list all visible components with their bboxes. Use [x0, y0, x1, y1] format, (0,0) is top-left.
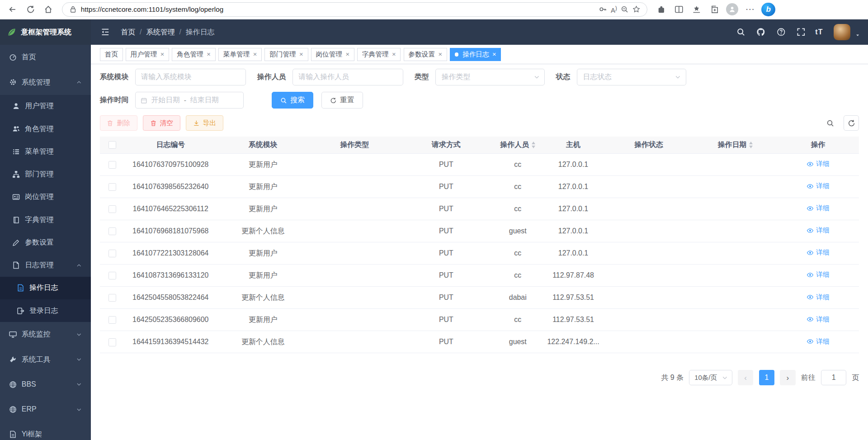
tab-role-mgmt[interactable]: 角色管理× [172, 48, 215, 61]
detail-link[interactable]: 详细 [807, 293, 829, 302]
row-checkbox[interactable] [108, 250, 116, 257]
tab-close-icon[interactable]: × [438, 51, 442, 58]
detail-link[interactable]: 详细 [807, 337, 829, 346]
delete-button[interactable]: 删除 [100, 115, 137, 131]
detail-link[interactable]: 详细 [807, 248, 829, 257]
detail-link[interactable]: 详细 [807, 226, 829, 235]
sidebar-item-system-mgmt[interactable]: 系统管理 [0, 70, 91, 95]
row-checkbox[interactable] [108, 272, 116, 279]
detail-link[interactable]: 详细 [807, 315, 829, 324]
sidebar-item-tools[interactable]: 系统工具 [0, 347, 91, 372]
tab-close-icon[interactable]: × [207, 51, 211, 58]
sidebar-item-log-mgmt[interactable]: 日志管理 [0, 254, 91, 277]
browser-profile-avatar[interactable] [724, 2, 741, 17]
select-all-checkbox[interactable] [108, 141, 116, 149]
breadcrumb-home[interactable]: 首页 [121, 28, 135, 37]
back-button[interactable] [5, 2, 21, 17]
tab-menu-mgmt[interactable]: 菜单管理× [218, 48, 262, 61]
sidebar-item-dept-mgmt[interactable]: 部门管理 [0, 163, 91, 185]
font-size-button[interactable]: tT [814, 25, 825, 39]
tab-config[interactable]: 参数设置× [404, 48, 447, 61]
collections-icon[interactable] [706, 2, 723, 17]
sidebar-item-dict-mgmt[interactable]: 字典管理 [0, 208, 91, 231]
tab-dept-mgmt[interactable]: 部门管理× [264, 48, 308, 61]
sidebar-item-erp[interactable]: ERP [0, 397, 91, 422]
row-checkbox[interactable] [108, 294, 116, 302]
row-checkbox[interactable] [108, 338, 116, 346]
log-icon [12, 261, 20, 269]
extensions-icon[interactable] [653, 2, 670, 17]
col-operator[interactable]: 操作人员 [493, 137, 543, 154]
password-key-icon[interactable] [599, 5, 607, 13]
github-button[interactable] [754, 25, 768, 39]
row-checkbox[interactable] [108, 183, 116, 191]
search-button[interactable]: 搜索 [272, 92, 314, 109]
goto-page-input[interactable] [821, 370, 846, 385]
sidebar-toggle[interactable] [99, 25, 112, 38]
detail-link[interactable]: 详细 [807, 182, 829, 190]
tab-post-mgmt[interactable]: 岗位管理× [311, 48, 354, 61]
tab-close-icon[interactable]: × [160, 51, 165, 58]
page-size-select[interactable]: 10条/页 [689, 370, 732, 385]
browser-menu-button[interactable]: ⋯ [741, 2, 758, 17]
tab-user-mgmt[interactable]: 用户管理× [126, 48, 169, 61]
tab-home[interactable]: 首页 [100, 48, 123, 61]
favorites-bar-icon[interactable] [689, 2, 705, 17]
page-1-button[interactable]: 1 [759, 370, 774, 385]
home-button[interactable] [40, 2, 57, 17]
row-checkbox[interactable] [108, 205, 116, 213]
row-checkbox[interactable] [108, 161, 116, 169]
next-page-button[interactable]: › [780, 370, 795, 385]
tab-close-icon[interactable]: × [392, 51, 396, 58]
row-checkbox[interactable] [108, 316, 116, 324]
detail-link[interactable]: 详细 [807, 204, 829, 213]
sort-carets-icon[interactable] [749, 142, 753, 148]
tab-oper-log[interactable]: 操作日志× [450, 48, 501, 61]
detail-link[interactable]: 详细 [807, 160, 829, 168]
type-select[interactable]: 操作类型 [435, 69, 545, 85]
prev-page-button[interactable]: ‹ [738, 370, 753, 385]
sidebar-item-yi-framework[interactable]: Yi框架 [0, 422, 91, 440]
row-checkbox[interactable] [108, 227, 116, 235]
user-avatar[interactable] [834, 24, 850, 41]
fullscreen-button[interactable] [794, 25, 808, 39]
reload-button[interactable] [22, 2, 39, 17]
clear-button[interactable]: 清空 [143, 115, 180, 131]
zoom-out-icon[interactable] [621, 5, 628, 13]
export-button[interactable]: 导出 [186, 115, 223, 131]
tab-close-icon[interactable]: × [346, 51, 350, 58]
toggle-search-button[interactable] [823, 115, 838, 131]
add-favorite-icon[interactable] [632, 5, 640, 13]
refresh-table-button[interactable] [844, 115, 859, 131]
detail-link[interactable]: 详细 [807, 270, 829, 279]
module-input[interactable] [135, 69, 246, 85]
sidebar-item-oper-log[interactable]: 操作日志 [0, 277, 91, 299]
sidebar-item-home[interactable]: 首页 [0, 45, 91, 70]
sidebar-item-config[interactable]: 参数设置 [0, 231, 91, 254]
sidebar-item-monitor[interactable]: 系统监控 [0, 322, 91, 347]
sidebar-item-role-mgmt[interactable]: 角色管理 [0, 118, 91, 140]
tab-close-icon[interactable]: × [492, 51, 496, 58]
col-date[interactable]: 操作日期 [693, 137, 777, 154]
avatar-caret-icon[interactable] [855, 33, 860, 38]
header-search-button[interactable] [734, 25, 748, 39]
tab-dict-mgmt[interactable]: 字典管理× [357, 48, 401, 61]
address-bar[interactable]: https://ccnetcore.com:1101/system/log/op… [62, 2, 647, 17]
sidebar-item-bbs[interactable]: BBS [0, 372, 91, 397]
tab-close-icon[interactable]: × [299, 51, 303, 58]
sidebar-item-menu-mgmt[interactable]: 菜单管理 [0, 140, 91, 163]
read-aloud-icon[interactable]: A) [611, 5, 617, 14]
operator-input[interactable] [292, 69, 403, 85]
breadcrumb-system[interactable]: 系统管理 [146, 28, 175, 37]
help-button[interactable] [774, 25, 788, 39]
date-range-picker[interactable]: 开始日期 - 结束日期 [135, 92, 244, 109]
sidebar-item-login-log[interactable]: 登录日志 [0, 299, 91, 322]
sidebar-item-user-mgmt[interactable]: 用户管理 [0, 95, 91, 118]
sidebar-item-post-mgmt[interactable]: 岗位管理 [0, 186, 91, 208]
split-screen-icon[interactable] [670, 2, 687, 17]
tab-close-icon[interactable]: × [253, 51, 257, 58]
sort-carets-icon[interactable] [532, 142, 535, 148]
status-select[interactable]: 日志状态 [577, 69, 686, 85]
reset-button[interactable]: 重置 [321, 92, 363, 109]
bing-icon[interactable]: b [761, 3, 775, 17]
